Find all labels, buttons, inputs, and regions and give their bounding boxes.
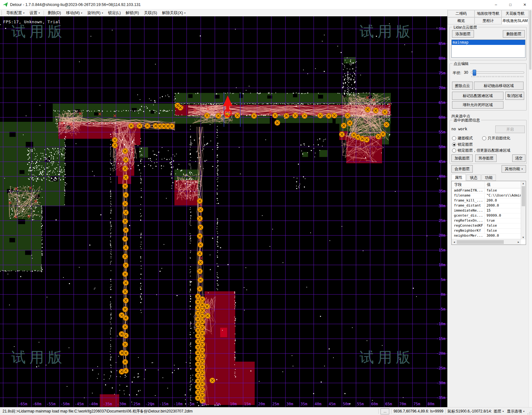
layer-list-item[interactable]: mainmap <box>452 40 525 45</box>
radio-lock-layer-update-hard[interactable]: 锁定图层，但更新匹配困难区域 <box>452 148 510 153</box>
x-tick-label: -35m <box>103 402 112 406</box>
radio-mapping-mode[interactable]: 建图模式 <box>452 136 473 141</box>
status-separator <box>391 409 391 414</box>
right-panel: 二维码 地面纹理导航 天花板导航 概览 里程计 单线激光SLAM Lidar点云… <box>447 9 532 407</box>
radio-icon[interactable] <box>452 136 456 140</box>
y-tick-label: 90m <box>439 27 445 31</box>
other-functions-button[interactable]: 其他功能 ▾ <box>502 165 526 173</box>
table-row[interactable]: gcenter_dis...99999.0 <box>452 213 521 218</box>
trial-watermark: 试用版 <box>11 22 66 41</box>
menu-item-disassociate[interactable]: 解除关联(X)▾ <box>160 10 188 16</box>
tab-state[interactable]: 状态 <box>466 175 481 181</box>
mark-hard-match-region-button[interactable]: 标记匹配困难区域 <box>452 92 503 100</box>
tab-ground-texture[interactable]: 地面纹理导航 <box>475 10 502 17</box>
y-tick-label: -15m <box>436 337 445 341</box>
x-tick-label: -65m <box>18 402 27 406</box>
table-row[interactable]: regNeighborKffalse <box>452 228 521 234</box>
radius-slider-track[interactable] <box>471 72 524 73</box>
tab-qrcode[interactable]: 二维码 <box>448 10 475 17</box>
add-layer-button[interactable]: 添加图层 <box>452 30 474 38</box>
toolbar-grip-icon <box>1 10 3 15</box>
radio-icon[interactable] <box>482 136 486 140</box>
y-tick-label: 70m <box>439 86 445 90</box>
menu-item-unlock[interactable]: 解锁(R) <box>123 10 141 16</box>
delete-layer-button[interactable]: 删除图层 <box>503 30 525 38</box>
group-title: Lidar点云图层 <box>452 25 478 30</box>
merge-layer-button[interactable]: 合并图层 <box>451 165 473 173</box>
resize-grip-icon[interactable] <box>527 410 531 414</box>
clear-button[interactable]: 清空 <box>512 154 525 162</box>
chevron-down-icon: ▾ <box>102 12 103 14</box>
tab-functions[interactable]: 功能 <box>481 175 496 181</box>
radius-value: 30 <box>464 70 468 75</box>
menu-item-delete[interactable]: 删除(D) <box>45 10 63 16</box>
cancel-region-button[interactable]: 取消区域 <box>505 92 524 100</box>
table-row[interactable]: immediateNe...15 <box>452 208 521 213</box>
start-button[interactable]: 开启 <box>495 126 525 133</box>
app-logo-icon <box>3 2 8 8</box>
tab-odometry[interactable]: 里程计 <box>475 17 502 24</box>
save-as-layer-button[interactable]: 另存图层 <box>475 154 497 162</box>
minimize-button[interactable]: – <box>489 0 503 9</box>
fps-overlay: FPS:17, Unknown, Trial <box>3 19 61 24</box>
erase-points-button[interactable]: 擦除点云 <box>452 82 473 90</box>
trial-watermark: 试用版 <box>359 348 414 367</box>
close-button[interactable]: ✕ <box>518 0 532 9</box>
scroll-right-icon[interactable]: ► <box>516 240 521 244</box>
maximize-button[interactable]: □ <box>503 0 518 9</box>
trial-watermark: 试用版 <box>359 22 414 41</box>
table-vertical-scrollbar[interactable]: ▲ ▼ <box>521 181 526 240</box>
y-tick-label: 35m <box>439 189 445 193</box>
table-row[interactable]: addFrameIfN...false <box>452 188 521 193</box>
table-row[interactable]: regReflexOn...true <box>452 218 521 224</box>
x-tick-label: 25m <box>272 402 279 406</box>
map-viewport[interactable]: -65m-60m-55m-50m-45m-40m-35m-30m-25m-20m… <box>0 16 447 407</box>
load-layer-button[interactable]: 加载图层 <box>451 154 473 162</box>
scrollbar-thumb[interactable] <box>457 240 504 244</box>
more-messages-button[interactable]: ... <box>380 408 389 414</box>
table-row[interactable]: neighborMer...3000.0 <box>452 233 521 239</box>
group-title: 点云编辑 <box>452 61 470 67</box>
radius-slider-thumb[interactable] <box>473 70 476 76</box>
scroll-down-icon[interactable]: ▼ <box>521 235 525 240</box>
table-row[interactable]: filename"C:\\Users\\Admin. <box>452 193 521 198</box>
display-options-dropdown[interactable]: 显示选项▾ <box>507 409 524 414</box>
col-header-field: 字段 <box>454 182 462 187</box>
tab-properties[interactable]: 属性 <box>451 174 466 181</box>
x-tick-label: 45m <box>329 402 336 406</box>
scroll-up-icon[interactable]: ▲ <box>521 181 525 186</box>
panel-scrollbar[interactable] <box>529 9 532 407</box>
x-tick-label: -30m <box>117 402 126 406</box>
menu-item-rotate[interactable]: 旋转(R)▾ <box>85 10 105 16</box>
x-tick-label: 5m <box>216 402 220 406</box>
layer-listbox[interactable]: mainmap <box>451 40 525 58</box>
radio-icon[interactable] <box>452 143 456 147</box>
menu-item-move[interactable]: 移动(M)▾ <box>63 10 85 16</box>
table-horizontal-scrollbar[interactable]: ◄ ► <box>452 239 521 245</box>
table-row[interactable]: frame_kill_...200.0 <box>452 198 521 203</box>
chevron-down-icon: ▾ <box>503 410 504 413</box>
tab-overview[interactable]: 概览 <box>448 17 475 24</box>
chevron-down-icon: ▾ <box>81 12 82 14</box>
table-row[interactable]: frame_distant2000.0 <box>452 203 521 208</box>
col-header-value: 值 <box>487 182 491 187</box>
menu-item-settings[interactable]: 设置▾ <box>27 10 42 16</box>
add-loop-region-button[interactable]: 增补允许闭环区域 <box>452 101 503 109</box>
scrollbar-thumb[interactable] <box>529 10 531 70</box>
radio-lock-layer[interactable]: 锁定图层 <box>452 142 473 147</box>
layer-dropdown[interactable]: 图层▾ <box>494 409 504 414</box>
table-row[interactable]: regConnectedKFfalse <box>452 223 521 229</box>
scroll-left-icon[interactable]: ◄ <box>452 240 456 244</box>
x-tick-label: -10m <box>173 402 183 406</box>
tab-single-line-laser-slam[interactable]: 单线激光SLAM <box>502 17 529 24</box>
menu-item-lock[interactable]: 锁定(L) <box>106 10 123 16</box>
menu-item-associate[interactable]: 关联(S) <box>141 10 160 16</box>
menu-item-nav-config[interactable]: 导航配置▾ <box>4 10 27 16</box>
mark-moved-region-button[interactable]: 标记物品移动区域 <box>474 82 524 90</box>
x-tick-label: 10m <box>230 402 237 406</box>
tab-ceiling-nav[interactable]: 天花板导航 <box>502 10 529 17</box>
radio-graph-opt-only[interactable]: 只开启图优化 <box>482 136 510 141</box>
x-tick-label: -50m <box>61 402 70 406</box>
scrollbar-thumb[interactable] <box>522 186 525 206</box>
radio-icon[interactable] <box>452 148 456 153</box>
